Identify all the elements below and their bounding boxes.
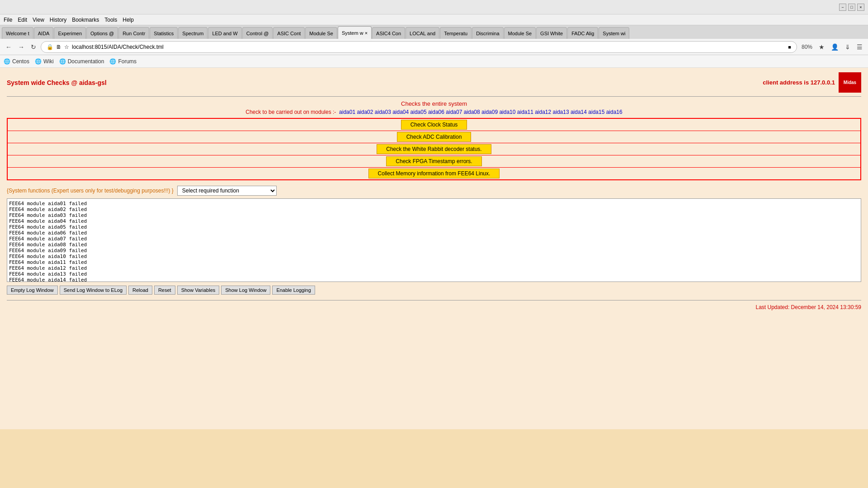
browser-tabs: Welcome t AIDA Experimen Options @ Run C… — [0, 25, 868, 39]
url-bar: 🔒 🗎 ☆ ■ — [41, 41, 797, 53]
page-header: System wide Checks @ aidas-gsl client ad… — [7, 72, 861, 93]
bookmark-wiki[interactable]: 🌐 Wiki — [35, 58, 54, 65]
check-clock-status-button[interactable]: Check Clock Status — [401, 120, 467, 130]
modules-line: Check to be carried out on modules :- ai… — [7, 109, 861, 115]
empty-log-window-button[interactable]: Empty Log Window — [7, 286, 58, 295]
module-aida03[interactable]: aida03 — [375, 109, 392, 115]
menu-edit[interactable]: Edit — [18, 17, 27, 23]
show-log-window-button[interactable]: Show Log Window — [221, 286, 270, 295]
maximize-button[interactable]: □ — [848, 4, 855, 11]
module-aida14[interactable]: aida14 — [571, 109, 588, 115]
bookmark-centos-label: Centos — [12, 58, 29, 65]
header-divider — [7, 96, 861, 97]
check-fpga-timestamp-button[interactable]: Check FPGA Timestamp errors. — [386, 156, 481, 166]
tab-15[interactable]: Discrimina — [472, 27, 503, 39]
bookmark-wiki-label: Wiki — [43, 58, 54, 65]
check-white-rabbit-button[interactable]: Check the White Rabbit decoder status. — [377, 144, 491, 154]
menu-bookmarks[interactable]: Bookmarks — [72, 17, 99, 23]
show-variables-button[interactable]: Show Variables — [177, 286, 220, 295]
checks-title: Checks the entire system — [7, 100, 861, 107]
module-aida05[interactable]: aida05 — [410, 109, 428, 115]
page-title: System wide Checks @ aidas-gsl — [7, 79, 107, 86]
tab-18[interactable]: FADC Alig — [567, 27, 598, 39]
tab-4[interactable]: Run Contr — [118, 27, 149, 39]
tab-2[interactable]: Experimen — [54, 27, 86, 39]
bookmark-centos[interactable]: 🌐 Centos — [4, 58, 29, 65]
reload-button[interactable]: ↻ — [29, 42, 38, 52]
check-btn-row-1: Check Clock Status — [8, 119, 860, 131]
security-icon: 🔒 — [47, 44, 53, 50]
tab-3[interactable]: Options @ — [86, 27, 118, 39]
tab-11[interactable]: System w × — [338, 26, 372, 39]
tab-1[interactable]: AIDA — [34, 27, 54, 39]
bookmark-star-icon[interactable]: ★ — [817, 42, 826, 52]
bookmarks-bar: 🌐 Centos 🌐 Wiki 🌐 Documentation 🌐 Forums — [0, 55, 868, 68]
module-aida01[interactable]: aida01 — [339, 109, 357, 115]
forward-button[interactable]: → — [16, 42, 26, 52]
check-btn-row-3: Check the White Rabbit decoder status. — [8, 143, 860, 155]
module-aida12[interactable]: aida12 — [535, 109, 552, 115]
module-aida04[interactable]: aida04 — [392, 109, 410, 115]
back-button[interactable]: ← — [4, 42, 14, 52]
menu-history[interactable]: History — [50, 17, 66, 23]
bookmark-documentation-label: Documentation — [68, 58, 104, 65]
footer-divider — [7, 300, 861, 300]
bookmark-documentation[interactable]: 🌐 Documentation — [59, 58, 104, 65]
tab-17[interactable]: GSI White — [536, 27, 567, 39]
system-functions-row: {System functions (Expert users only for… — [7, 186, 861, 196]
menu-view[interactable]: View — [33, 17, 44, 23]
module-aida06[interactable]: aida06 — [428, 109, 446, 115]
globe-icon-documentation: 🌐 — [59, 58, 66, 65]
close-button[interactable]: × — [857, 4, 864, 11]
tab-0[interactable]: Welcome t — [2, 27, 33, 39]
tab-16[interactable]: Module Se — [504, 27, 536, 39]
module-aida08[interactable]: aida08 — [464, 109, 481, 115]
browser-navbar: ← → ↻ 🔒 🗎 ☆ ■ 80% ★ 👤 ⇓ ☰ — [0, 39, 868, 55]
menu-help[interactable]: Help — [123, 17, 134, 23]
send-log-elog-button[interactable]: Send Log Window to ELog — [60, 286, 127, 295]
menu-tools[interactable]: Tools — [104, 17, 117, 23]
menu-bar: File Edit View History Bookmarks Tools H… — [0, 14, 868, 25]
tab-7[interactable]: LED and W — [208, 27, 241, 39]
globe-icon-wiki: 🌐 — [35, 58, 42, 65]
tab-19[interactable]: System wi — [599, 27, 629, 39]
check-btn-row-5: Collect Memory information from FEE64 Li… — [8, 168, 860, 179]
bookmark-forums[interactable]: 🌐 Forums — [109, 58, 137, 65]
module-aida16[interactable]: aida16 — [606, 109, 623, 115]
tab-10[interactable]: Module Se — [305, 27, 337, 39]
minimize-button[interactable]: − — [839, 4, 846, 11]
tab-13[interactable]: LOCAL and — [406, 27, 439, 39]
check-adc-calibration-button[interactable]: Check ADC Calibration — [397, 132, 472, 142]
tab-6[interactable]: Spectrum — [178, 27, 208, 39]
screenshot-icon: ■ — [788, 44, 791, 50]
firefox-account-icon[interactable]: 👤 — [829, 42, 840, 52]
check-buttons-container: Check Clock Status Check ADC Calibration… — [7, 118, 861, 180]
log-textarea[interactable] — [7, 198, 861, 282]
module-aida13[interactable]: aida13 — [553, 109, 571, 115]
page-content: System wide Checks @ aidas-gsl client ad… — [0, 68, 868, 429]
zoom-level[interactable]: 80% — [800, 43, 814, 51]
module-aida09[interactable]: aida09 — [481, 109, 499, 115]
module-aida07[interactable]: aida07 — [446, 109, 463, 115]
browser-titlebar: − □ × — [0, 0, 868, 14]
download-icon[interactable]: ⇓ — [843, 42, 852, 52]
module-aida15[interactable]: aida15 — [588, 109, 606, 115]
enable-logging-button[interactable]: Enable Logging — [272, 286, 315, 295]
tab-14[interactable]: Temperatu — [440, 27, 472, 39]
tab-9[interactable]: ASIC Cont — [273, 27, 305, 39]
collect-memory-button[interactable]: Collect Memory information from FEE64 Li… — [368, 169, 500, 178]
reload-button-bottom[interactable]: Reload — [128, 286, 152, 295]
tab-8[interactable]: Control @ — [242, 27, 273, 39]
globe-icon-centos: 🌐 — [4, 58, 10, 65]
last-updated: Last Updated: December 14, 2024 13:30:59 — [7, 304, 861, 310]
reset-button[interactable]: Reset — [154, 286, 175, 295]
url-input[interactable] — [72, 44, 785, 50]
module-aida11[interactable]: aida11 — [517, 109, 535, 115]
menu-icon[interactable]: ☰ — [855, 42, 864, 52]
tab-5[interactable]: Statistics — [150, 27, 178, 39]
module-aida02[interactable]: aida02 — [357, 109, 374, 115]
menu-file[interactable]: File — [4, 17, 12, 23]
module-aida10[interactable]: aida10 — [499, 109, 517, 115]
system-functions-select[interactable]: Select required function — [177, 186, 277, 196]
tab-12[interactable]: ASIC4 Con — [372, 27, 405, 39]
